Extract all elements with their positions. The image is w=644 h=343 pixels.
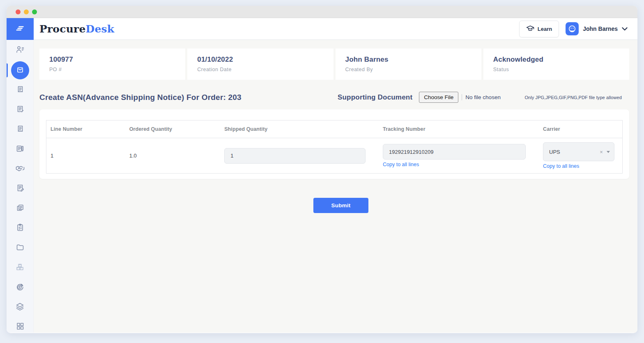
line-items-table: Line Number Ordered Quantity Shipped Qua… — [46, 120, 623, 174]
sidebar-item-purchase-orders[interactable] — [7, 60, 34, 80]
users-icon — [16, 45, 25, 56]
po-number-value: 100977 — [49, 56, 175, 64]
card-po-number: 100977 PO # — [39, 49, 185, 80]
header-shipped-quantity: Shipped Quantity — [220, 121, 379, 138]
sidebar-item-invoices[interactable] — [7, 120, 34, 139]
sidebar-item-inventory[interactable] — [7, 258, 34, 278]
card-status: Acknowledged Status — [483, 49, 629, 80]
top-header: ProcureDesk Learn — [34, 18, 637, 40]
dropdown-caret-icon[interactable] — [607, 151, 610, 153]
shipped-quantity-input[interactable] — [224, 148, 366, 164]
invoice-receipt-icon — [16, 124, 25, 135]
carrier-cell: UPS × Copy to all lines — [539, 138, 622, 174]
header-tracking-number: Tracking Number — [379, 121, 539, 138]
created-by-value: John Barnes — [345, 56, 472, 64]
sidebar-item-receipts[interactable] — [7, 80, 34, 100]
choose-file-button[interactable]: Choose File — [419, 92, 458, 103]
tracking-number-cell: Copy to all lines — [379, 138, 539, 174]
header-carrier: Carrier — [539, 121, 622, 138]
ordered-quantity-cell: 1.0 — [125, 138, 220, 174]
file-chosen-status: No file chosen — [462, 94, 501, 100]
inventory-boxes-icon — [15, 262, 25, 273]
active-indicator — [7, 63, 8, 77]
avatar — [566, 22, 579, 35]
copy-tracking-to-all-lines-link[interactable]: Copy to all lines — [383, 162, 419, 167]
learn-button[interactable]: Learn — [519, 21, 559, 37]
line-number-cell: 1 — [46, 138, 125, 174]
learn-label: Learn — [538, 26, 552, 32]
layers-icon — [15, 302, 25, 313]
carrier-selected-value: UPS — [549, 149, 560, 155]
receipt-icon — [16, 85, 25, 95]
creation-date-label: Creation Date — [197, 67, 323, 72]
notepad-pen-icon — [15, 144, 25, 155]
asn-section-header: Create ASN(Advance Shipping Notice) For … — [39, 92, 629, 103]
sidebar-item-documents[interactable] — [7, 199, 34, 218]
supporting-document-file-input[interactable]: Choose File No file chosen — [419, 92, 501, 103]
sidebar-item-files[interactable] — [7, 238, 34, 258]
sidebar-item-users[interactable] — [7, 41, 34, 60]
card-created-by: John Barnes Created By — [336, 49, 481, 80]
window-titlebar — [7, 6, 637, 18]
sidebar-item-catalogs[interactable] — [7, 297, 34, 317]
card-creation-date: 01/10/2022 Creation Date — [187, 49, 333, 80]
line-items-panel: Line Number Ordered Quantity Shipped Qua… — [39, 109, 629, 179]
sidebar-item-contracts[interactable] — [7, 179, 34, 199]
shopping-bag-icon — [16, 65, 25, 76]
folder-icon — [16, 243, 25, 253]
status-label: Status — [493, 67, 619, 72]
sidebar-item-checklists[interactable] — [7, 218, 34, 238]
sidebar-logo[interactable] — [7, 18, 34, 40]
header-ordered-quantity: Ordered Quantity — [125, 121, 220, 138]
table-row: 1 1.0 Copy to all lines — [46, 138, 623, 174]
created-by-label: Created By — [345, 67, 472, 72]
sidebar-item-budgets[interactable] — [7, 278, 34, 297]
handshake-icon — [15, 163, 25, 175]
po-number-label: PO # — [49, 67, 175, 72]
document-edit-icon — [16, 183, 25, 194]
app-window: ProcureDesk Learn — [7, 6, 637, 333]
brand-secondary: Desk — [86, 23, 115, 35]
user-menu[interactable]: John Barnes — [566, 22, 628, 35]
copy-carrier-to-all-lines-link[interactable]: Copy to all lines — [543, 163, 579, 169]
submit-button[interactable]: Submit — [313, 198, 369, 213]
brand-primary: Procure — [39, 23, 86, 35]
carrier-select[interactable]: UPS × — [543, 142, 614, 161]
content-area: 100977 PO # 01/10/2022 Creation Date Joh… — [34, 40, 637, 333]
info-cards: 100977 PO # 01/10/2022 Creation Date Joh… — [39, 49, 629, 80]
document-check-icon — [16, 104, 25, 115]
zoom-window-button[interactable] — [32, 9, 37, 14]
file-type-note: Only JPG,JPEG,GIF,PNG,PDF file type allo… — [524, 95, 629, 100]
supporting-document-label: Supporting Document — [338, 93, 412, 102]
status-value: Acknowledged — [493, 56, 619, 64]
app-logo-icon — [15, 23, 25, 35]
sidebar — [7, 18, 34, 333]
clear-selection-icon[interactable]: × — [600, 149, 603, 155]
close-window-button[interactable] — [16, 9, 21, 14]
graduation-cap-icon — [526, 25, 534, 33]
chevron-down-icon — [622, 25, 628, 32]
header-line-number: Line Number — [46, 121, 125, 138]
sidebar-item-apps[interactable] — [7, 317, 34, 333]
shipped-quantity-cell — [220, 138, 379, 174]
sidebar-item-vendors[interactable] — [7, 159, 34, 179]
clipboard-checklist-icon — [16, 223, 25, 234]
brand-logo[interactable]: ProcureDesk — [39, 23, 114, 35]
page-title: Create ASN(Advance Shipping Notice) For … — [39, 93, 331, 102]
table-header-row: Line Number Ordered Quantity Shipped Qua… — [46, 121, 623, 138]
sidebar-item-order-approvals[interactable] — [7, 100, 34, 120]
apps-grid-icon — [16, 322, 25, 332]
tracking-number-input[interactable] — [383, 144, 526, 160]
creation-date-value: 01/10/2022 — [197, 56, 323, 64]
minimize-window-button[interactable] — [24, 9, 29, 14]
sidebar-item-quotes[interactable] — [7, 139, 34, 159]
budget-dollar-icon — [15, 282, 25, 293]
documents-copy-icon — [16, 203, 25, 214]
user-name: John Barnes — [583, 25, 618, 32]
